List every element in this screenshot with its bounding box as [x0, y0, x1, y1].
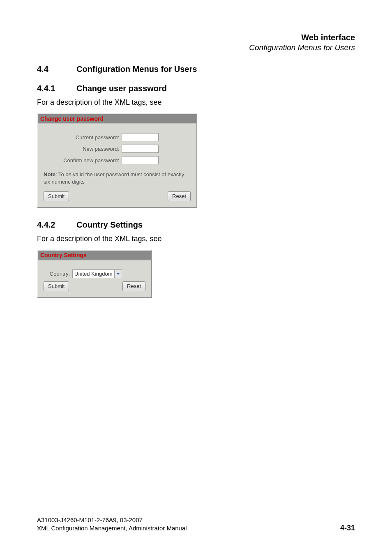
current-password-row: Current password:: [44, 133, 191, 141]
confirm-password-row: Confirm new password:: [44, 156, 191, 164]
country-settings-panel: Country Settings Country: United Kingdom…: [37, 250, 152, 298]
current-password-label: Current password:: [44, 134, 122, 140]
header-title: Web interface: [37, 33, 355, 42]
section-title: Configuration Menus for Users: [76, 64, 197, 74]
submit-button[interactable]: Submit: [44, 281, 69, 291]
subsection-title: Change user password: [76, 84, 167, 93]
page: Web interface Configuration Menus for Us…: [0, 0, 392, 555]
country-row: Country: United Kingdom: [44, 269, 145, 278]
page-footer: A31003-J4260-M101-2-76A9, 03-2007 XML Co…: [37, 516, 355, 533]
current-password-input[interactable]: [122, 133, 159, 141]
reset-button[interactable]: Reset: [168, 191, 191, 201]
country-settings-panel-title: Country Settings: [38, 251, 151, 260]
subsection-number: 4.4.2: [37, 220, 76, 230]
country-select-value: United Kingdom: [73, 270, 114, 278]
country-settings-panel-body: Country: United Kingdom Submit Reset: [38, 260, 151, 297]
submit-button[interactable]: Submit: [44, 191, 69, 201]
chevron-down-icon: [114, 270, 122, 278]
reset-button[interactable]: Reset: [122, 281, 145, 291]
password-note: Note: To be valid the user password must…: [44, 171, 191, 186]
footer-left: A31003-J4260-M101-2-76A9, 03-2007 XML Co…: [37, 516, 187, 533]
new-password-row: New password:: [44, 145, 191, 153]
intro-text-2: For a description of the XML tags, see: [37, 235, 355, 243]
note-rest: : To be valid the user password must con…: [44, 171, 184, 185]
country-select[interactable]: United Kingdom: [72, 269, 122, 278]
section-heading-4-4: 4.4 Configuration Menus for Users: [37, 64, 355, 74]
footer-line-1: A31003-J4260-M101-2-76A9, 03-2007: [37, 516, 187, 524]
new-password-input[interactable]: [122, 145, 159, 153]
change-password-buttons: Submit Reset: [44, 191, 191, 201]
change-password-panel-body: Current password: New password: Confirm …: [38, 124, 196, 207]
svg-marker-0: [116, 273, 119, 275]
subsection-heading-4-4-1: 4.4.1 Change user password: [37, 84, 355, 93]
footer-line-2: XML Configuration Management, Administra…: [37, 524, 187, 532]
header-subtitle: Configuration Menus for Users: [37, 43, 355, 52]
new-password-label: New password:: [44, 146, 122, 152]
subsection-number: 4.4.1: [37, 84, 76, 93]
country-label: Country:: [44, 271, 72, 277]
note-bold: Note: [44, 171, 55, 177]
intro-text-1: For a description of the XML tags, see: [37, 98, 355, 107]
page-header: Web interface Configuration Menus for Us…: [37, 33, 355, 52]
subsection-title: Country Settings: [76, 220, 143, 230]
confirm-password-input[interactable]: [122, 156, 159, 164]
change-password-panel-title: Change user password: [38, 114, 196, 124]
section-number: 4.4: [37, 64, 76, 74]
country-settings-buttons: Submit Reset: [44, 281, 145, 291]
change-password-panel: Change user password Current password: N…: [37, 113, 197, 208]
page-number: 4-31: [340, 524, 355, 532]
confirm-password-label: Confirm new password:: [44, 157, 122, 164]
subsection-heading-4-4-2: 4.4.2 Country Settings: [37, 220, 355, 230]
